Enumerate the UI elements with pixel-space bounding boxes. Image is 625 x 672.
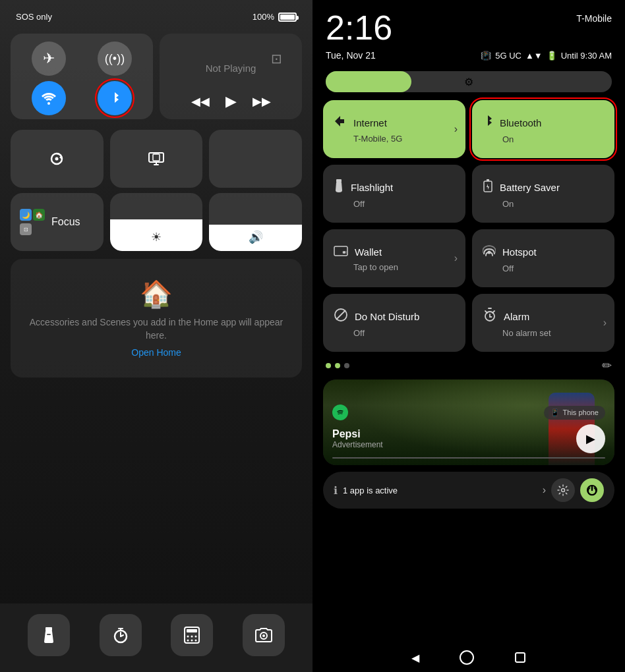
brightness-icon: ☀: [151, 230, 162, 244]
android-time-display: 2:16: [326, 11, 392, 45]
svg-rect-20: [336, 179, 342, 182]
alarm-tile-header: Alarm ›: [483, 308, 604, 325]
play-pause-button[interactable]: ▶: [225, 93, 237, 110]
prev-track-button[interactable]: ◀◀: [191, 94, 210, 109]
svg-point-15: [191, 640, 193, 642]
dnd-tile-title: Do Not Disturb: [355, 311, 419, 322]
wallet-tile-title: Wallet: [355, 246, 382, 258]
empty-tile[interactable]: [209, 130, 302, 188]
app-active-info: ℹ 1 app is active: [334, 484, 398, 497]
ios-battery-icon: [278, 13, 297, 22]
flashlight-tile-title: Flashlight: [351, 182, 393, 193]
screen-mirror-tile[interactable]: [110, 130, 203, 188]
back-button[interactable]: ◀: [411, 652, 419, 664]
svg-point-13: [195, 636, 197, 638]
app-active-bar[interactable]: ℹ 1 app is active ›: [323, 472, 614, 509]
ios-battery-group: 100%: [253, 12, 297, 22]
flashlight-tile-header: Flashlight: [334, 179, 455, 196]
dnd-tile[interactable]: Do Not Disturb Off: [323, 294, 465, 352]
android-nav-bar: ◀: [312, 643, 625, 672]
airplay-icon[interactable]: ⊡: [271, 51, 282, 67]
ios-row1: ✈ ((•)) ⊡ Not Pl: [0, 28, 312, 125]
internet-tile[interactable]: Internet › T-Mobile, 5G: [323, 100, 465, 158]
svg-point-14: [187, 640, 189, 642]
network-type-label: 5G UC: [495, 51, 521, 61]
alarm-tile-sub: No alarm set: [483, 328, 604, 338]
svg-marker-19: [335, 116, 344, 126]
android-quick-settings: 2:16 T-Mobile Tue, Nov 21 📳 5G UC ▲▼ 🔋 U…: [312, 0, 625, 672]
spotify-icon: [332, 405, 348, 420]
alarm-tile[interactable]: Alarm › No alarm set: [472, 294, 614, 352]
focus-icons: 🌙 🏠 ⊡: [20, 209, 45, 235]
ios-row2: [0, 125, 312, 193]
ios-bottom-bar: [0, 603, 312, 672]
media-progress-bar: [332, 457, 605, 459]
battery-until-label: Until 9:30 AM: [561, 51, 612, 61]
timer-button[interactable]: [100, 614, 142, 656]
brightness-bar-fill: [326, 71, 411, 92]
flashlight-button[interactable]: [28, 614, 70, 656]
next-track-button[interactable]: ▶▶: [253, 94, 271, 109]
battery-saver-tile-header: Battery Saver: [483, 179, 604, 196]
bluetooth-tile[interactable]: Bluetooth On: [472, 100, 614, 158]
ios-status-bar: SOS only 100%: [0, 0, 312, 28]
wallet-tile[interactable]: Wallet › Tap to open: [323, 229, 465, 287]
svg-point-3: [55, 157, 59, 161]
alarm-tile-title: Alarm: [504, 311, 529, 322]
svg-rect-6: [45, 627, 52, 631]
brightness-slider[interactable]: ☀: [110, 193, 203, 251]
wifi-button[interactable]: [32, 81, 66, 115]
android-brightness-row[interactable]: ⚙: [312, 66, 625, 100]
flashlight-tile-sub: Off: [334, 199, 455, 209]
svg-rect-7: [47, 634, 51, 635]
dot-3: [344, 363, 349, 368]
power-button[interactable]: [580, 478, 604, 502]
alarm-tile-chevron: ›: [603, 317, 607, 329]
brightness-slider-bar[interactable]: ⚙: [326, 71, 612, 92]
flashlight-tile[interactable]: Flashlight Off: [323, 165, 465, 223]
internet-tile-title: Internet: [353, 117, 387, 128]
flashlight-tile-icon: [334, 179, 344, 196]
media-song-desc: Advertisement: [332, 440, 383, 449]
ios-connectivity-tile[interactable]: ✈ ((•)): [11, 34, 153, 119]
internet-tile-sub: T-Mobile, 5G: [334, 134, 455, 144]
android-clock: 2:16: [326, 11, 392, 45]
volume-slider[interactable]: 🔊: [209, 193, 302, 251]
camera-button[interactable]: [243, 614, 285, 656]
brightness-gear-icon: ⚙: [464, 76, 473, 88]
alarm-tile-icon: [483, 308, 497, 325]
settings-button[interactable]: [551, 478, 575, 502]
android-carrier: T-Mobile: [576, 13, 612, 24]
ios-home-accessories: 🏠 Accessories and Scenes you add in the …: [11, 259, 302, 378]
calculator-button[interactable]: [171, 614, 213, 656]
screen-time-tile[interactable]: [11, 130, 104, 188]
edit-tiles-button[interactable]: ✏: [602, 358, 612, 373]
home-button[interactable]: [459, 650, 475, 665]
cellular-button[interactable]: ((•)): [98, 42, 132, 76]
bluetooth-button[interactable]: [98, 81, 132, 115]
home-app-icon: 🏠: [24, 279, 289, 310]
wallet-tile-icon: [334, 244, 348, 260]
ios-media-controls[interactable]: ◀◀ ▶ ▶▶: [170, 93, 291, 110]
ios-media-player[interactable]: ⊡ Not Playing ◀◀ ▶ ▶▶: [160, 34, 302, 119]
battery-icon: 🔋: [547, 51, 557, 61]
dnd-tile-header: Do Not Disturb: [334, 308, 455, 325]
svg-line-26: [336, 310, 345, 320]
airplane-mode-button[interactable]: ✈: [32, 42, 66, 76]
svg-point-18: [262, 634, 265, 637]
android-play-button[interactable]: ▶: [576, 424, 605, 453]
hotspot-tile-header: Hotspot: [483, 243, 604, 261]
media-player-card[interactable]: 📱 This phone Pepsi Advertisement ▶: [323, 379, 614, 465]
focus-tile[interactable]: 🌙 🏠 ⊡ Focus: [11, 193, 104, 251]
media-text: Pepsi Advertisement: [332, 428, 383, 449]
battery-saver-tile[interactable]: Battery Saver On: [472, 165, 614, 223]
battery-saver-tile-sub: On: [483, 199, 604, 209]
bluetooth-tile-header: Bluetooth: [483, 114, 604, 132]
ios-control-center: SOS only 100% ✈ ((•)): [0, 0, 312, 672]
hotspot-tile[interactable]: Hotspot Off: [472, 229, 614, 287]
android-status-bar: 2:16 T-Mobile: [312, 0, 625, 50]
recents-button[interactable]: [514, 652, 526, 663]
open-home-link[interactable]: Open Home: [24, 347, 289, 358]
page-dots-row: ✏: [312, 352, 625, 379]
dot-1: [326, 363, 331, 368]
